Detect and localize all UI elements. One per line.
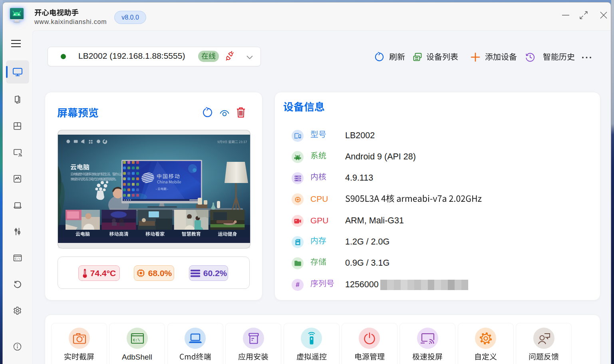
svg-text:C:\: C:\ [15, 257, 20, 261]
svg-text:C:\: C:\ [133, 338, 140, 342]
